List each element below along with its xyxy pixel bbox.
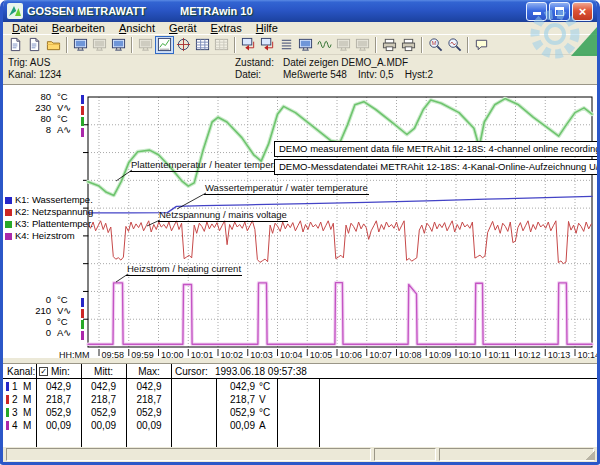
screen-button[interactable] [109,36,128,54]
list-button[interactable] [277,36,296,54]
trigger-status: Trig: AUS [8,57,61,69]
chart-annotation: Wassertemperatur / water temperature [204,182,369,195]
cursor-datetime: 1993.06.18 09:57:38 [215,366,307,377]
transfer-button[interactable] [258,36,277,54]
doc-button[interactable] [25,36,44,54]
folder-button[interactable] [44,36,63,54]
maximize-icon [555,7,564,16]
table-grid-line [319,378,320,447]
y-scale-bottom: 0°C210V∿0°C0A∿ [27,294,79,338]
table-header-kanal: Kanal: [7,366,35,377]
list-icon [279,37,294,52]
channel-legend-item: K4: Heizstrom [5,230,93,242]
demo-note-de: DEMO-Messdatendatei METRAhit 12-18S: 4-K… [274,159,600,175]
channel-mode: M [23,407,31,418]
resize-grip[interactable] [584,449,595,460]
channel-color-bar [6,395,9,404]
statusbar-panel-2 [374,448,436,461]
menu-item-datei[interactable]: Datei [5,22,45,35]
zustand-label: Zustand: [235,57,283,69]
statusbar-panel-3 [439,448,594,461]
wave-icon [317,37,332,52]
maximize-button[interactable] [549,2,570,21]
zustand-value: Datei zeigen DEMO_A.MDF [283,57,408,68]
min-value: 042,9 [36,381,81,392]
y-scale-top: 80°C230V∿80°C8A∿ [27,91,79,135]
stats-checkbox[interactable]: ✓ [39,367,48,376]
channel-color-swatch [5,197,12,204]
cursor-value: 052,9 [209,407,255,418]
printer-icon [401,37,416,52]
channel-color-swatch [5,221,12,228]
channel-color-bar [6,382,9,391]
transfer-icon [260,37,275,52]
transfer-button[interactable] [239,36,258,54]
scale-row: 210V∿ [27,305,79,316]
svg-text:09:59: 09:59 [131,350,154,359]
toolbar-separator [66,37,68,53]
menu-item-extras[interactable]: Extras [204,22,249,35]
title-bar: GOSSEN METRAWATT METRAwin 10 × [3,0,597,22]
mitt-value: 00,09 [81,420,126,431]
crosshair-button[interactable] [174,36,193,54]
menu-bar: DateiBearbeitenAnsichtGerätExtrasHilfe [3,22,597,35]
status-info-bar: Trig: AUS Kanal: 1234 Zustand:Datei zeig… [3,55,597,84]
screen-button[interactable] [296,36,315,54]
minimize-icon [533,6,541,15]
wave-button[interactable] [315,36,334,54]
svg-text:10:03: 10:03 [250,350,273,359]
demo-note-en: DEMO measurement data file METRAhit 12-1… [274,141,600,157]
cursor-value: 00,09 [209,420,255,431]
datei-label: Datei: [235,69,283,81]
bubble-button[interactable] [472,36,491,54]
chart-annotation: Plattentemperatur / heater temperature [130,159,296,172]
svg-text:10:04: 10:04 [280,350,303,359]
doc-icon [27,37,42,52]
menu-item-bearbeiten[interactable]: Bearbeiten [45,22,112,35]
menu-item-hilfe[interactable]: Hilfe [249,22,285,35]
svg-text:10:10: 10:10 [459,350,482,359]
transfer-icon [241,37,256,52]
zoom-m-button[interactable] [426,36,445,54]
statusbar-panel-main [6,448,371,461]
table-header-divider [3,378,597,379]
table-button[interactable] [193,36,212,54]
close-button[interactable]: × [572,2,593,21]
screen-button[interactable] [71,36,90,54]
window-title-program: METRAwin 10 [180,5,253,17]
max-value: 218,7 [126,394,172,405]
min-value: 00,09 [36,420,81,431]
datei-value: Meßwerte 548 Intv: 0,5 Hyst:2 [283,69,433,80]
svg-text:10:12: 10:12 [518,350,541,359]
minimize-button[interactable] [526,2,547,21]
printer-button[interactable] [380,36,399,54]
svg-text:10:08: 10:08 [399,350,422,359]
min-value: 052,9 [36,407,81,418]
table-icon [195,37,210,52]
doc-button[interactable] [6,36,25,54]
status-bar [3,447,597,462]
menu-item-ansicht[interactable]: Ansicht [112,22,162,35]
app-logo-icon [7,3,23,19]
svg-text:10:09: 10:09 [429,350,452,359]
zoom-wave-icon [447,37,462,52]
screen-button [353,36,372,54]
menu-item-gerät[interactable]: Gerät [162,22,204,35]
table-header-max: Max: [126,366,172,377]
chart-button[interactable] [155,36,174,54]
svg-text:10:07: 10:07 [369,350,392,359]
table-icon [214,37,229,52]
cursor-unit: V [259,394,266,405]
channel-legend-item: K3: Plattentemper. [5,218,93,230]
screen-icon [92,37,107,52]
bubble-icon [474,37,489,52]
doc-icon [8,37,23,52]
toolbar-separator [234,37,236,53]
svg-text:10:14: 10:14 [578,350,598,359]
scale-row: 0°C [27,316,79,327]
cursor-unit: °C [259,407,270,418]
zoom-wave-button[interactable] [445,36,464,54]
toolbar-separator [131,37,133,53]
channel-legend-item: K2: Netzspannung [5,206,93,218]
printer-button[interactable] [399,36,418,54]
